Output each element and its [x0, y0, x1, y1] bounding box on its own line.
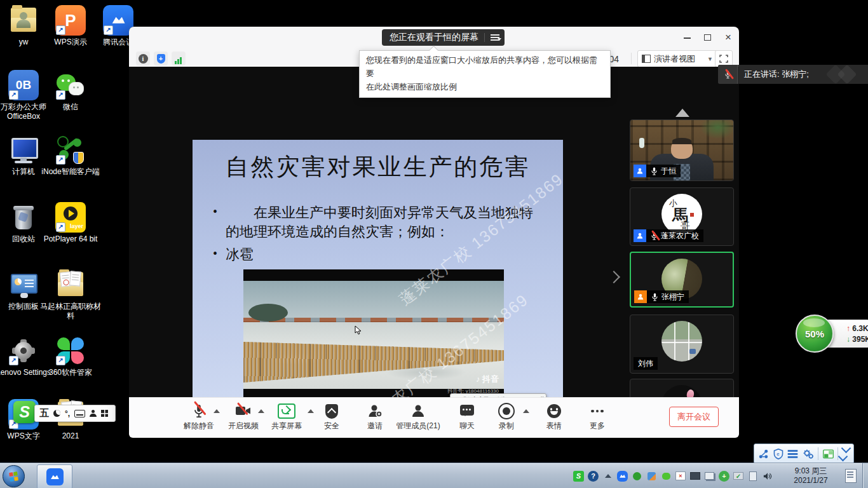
- desktop: yw P ↗ WPS演示 ↗ 腾讯会议 0B ↗ 万彩办公大师OfficeBox…: [0, 0, 868, 488]
- list-icon[interactable]: [787, 449, 798, 459]
- slide-title: 自然灾害对果业生产的危害: [193, 151, 563, 183]
- folder-user-icon: [8, 5, 39, 36]
- participant-tile-penglai[interactable]: 小 馬 哥 蓬莱农广校: [630, 187, 734, 246]
- watching-screen-banner[interactable]: 您正在观看于恒的屏幕: [382, 29, 505, 46]
- host-role-icon: [634, 290, 647, 303]
- system-tray: S ? × + ✓: [573, 463, 773, 488]
- participant-avatar: [661, 385, 702, 397]
- tray-action-center-icon[interactable]: ×: [675, 471, 686, 480]
- share-screen-button[interactable]: 共享屏幕: [264, 402, 309, 431]
- window-maximize-button[interactable]: [703, 33, 712, 42]
- wechat-icon: ↗: [55, 70, 86, 100]
- participant-avatar: [661, 321, 702, 362]
- network-quality-button[interactable]: [172, 51, 186, 65]
- participant-tile-zhangxuning[interactable]: 张栩宁: [630, 252, 734, 308]
- sogou-input-icon[interactable]: S: [13, 401, 36, 423]
- ime-account-icon[interactable]: [90, 410, 97, 417]
- optimization-percent-ball[interactable]: 50%: [796, 315, 834, 353]
- smiley-icon: [534, 402, 574, 420]
- start-video-button[interactable]: 开启视频: [223, 402, 264, 431]
- record-button[interactable]: 录制: [486, 402, 527, 431]
- participant-tile-liuwei[interactable]: 刘伟: [630, 315, 734, 374]
- record-options-caret[interactable]: [523, 409, 529, 413]
- green-window-icon[interactable]: [823, 449, 834, 459]
- tray-plugin-icon[interactable]: [646, 471, 657, 482]
- desktop-icon-inode[interactable]: ↗ iNode智能客户端: [40, 135, 101, 177]
- security-button[interactable]: 安全: [311, 402, 352, 431]
- desktop-icon-maqilin-folder[interactable]: 马起林正高职称材料: [40, 269, 101, 321]
- douyin-logo: 抖音: [476, 374, 499, 385]
- tray-help-icon[interactable]: ?: [588, 471, 599, 482]
- tray-clipboard-icon[interactable]: [747, 471, 758, 482]
- tray-safety-check-icon[interactable]: ✓: [733, 472, 743, 480]
- windows-taskbar: S ? × + ✓ 9:03 周三 2021/1/27: [0, 463, 868, 488]
- leave-meeting-button[interactable]: 离开会议: [669, 407, 719, 427]
- computer-icon: [8, 135, 39, 165]
- ime-softkeyboard-icon[interactable]: [74, 410, 85, 417]
- manage-members-button[interactable]: 管理成员(21): [390, 402, 447, 431]
- tray-display-icon[interactable]: [689, 471, 700, 482]
- floating-utility-toolbar[interactable]: e: [754, 444, 854, 464]
- share-nodes-icon[interactable]: [758, 449, 769, 459]
- window-minimize-button[interactable]: [683, 33, 692, 42]
- officebox-icon: 0B ↗: [8, 70, 39, 100]
- taskbar-notes-icon[interactable]: [845, 469, 857, 483]
- mic-muted-icon: [650, 231, 658, 241]
- mute-options-caret[interactable]: [214, 409, 220, 413]
- recycle-bin-icon: [8, 202, 39, 233]
- desktop-icon-potplayer[interactable]: layer ↗ PotPlayer 64 bit: [40, 202, 101, 244]
- taskbar-clock[interactable]: 9:03 周三 2021/1/27: [785, 466, 836, 485]
- more-button[interactable]: 更多: [577, 402, 618, 431]
- shield-e-icon[interactable]: e: [773, 449, 783, 459]
- tray-360-icon[interactable]: +: [719, 471, 729, 482]
- participant-tile-xiarilianou[interactable]: 夏日莲藕: [630, 379, 734, 397]
- participants-collapse-arrow[interactable]: [675, 109, 689, 117]
- desktop-icon-360-manager[interactable]: ↗ 360软件管家: [40, 336, 101, 377]
- start-button[interactable]: [3, 465, 25, 487]
- zoom-ratio-icon[interactable]: [491, 34, 499, 41]
- show-desktop-button[interactable]: [862, 463, 868, 488]
- documents-folder-icon: [55, 269, 86, 300]
- share-next-chevron[interactable]: [607, 271, 620, 283]
- inode-icon: ↗: [55, 135, 86, 165]
- chat-button[interactable]: 聊天: [447, 402, 487, 431]
- meeting-logo-watermark: [837, 64, 857, 84]
- tray-wechat-icon[interactable]: [661, 471, 672, 482]
- taskbar-meeting-app-button[interactable]: [37, 464, 72, 488]
- svg-text:e: e: [776, 451, 779, 457]
- tray-sogou-icon[interactable]: S: [573, 471, 584, 482]
- collapse-double-chevron-icon[interactable]: [843, 447, 850, 460]
- video-options-caret[interactable]: [258, 409, 264, 413]
- meeting-protect-button[interactable]: +: [154, 51, 168, 65]
- balloon-close-icon[interactable]: ×: [541, 395, 544, 397]
- emoji-button[interactable]: 表情: [534, 402, 574, 431]
- participant-tile-yuheng[interactable]: 于恒: [630, 119, 734, 181]
- meeting-info-button[interactable]: i: [136, 51, 150, 65]
- unmute-button[interactable]: 解除静音: [179, 402, 219, 431]
- upload-arrow-icon: ↑: [846, 324, 850, 333]
- tray-inode-icon[interactable]: [632, 471, 642, 482]
- tray-volume-icon[interactable]: [762, 471, 773, 482]
- shared-slide: 自然灾害对果业生产的危害 •在果业生产中要时刻面对异常天气及当地独特的地理环境造…: [193, 140, 563, 397]
- ime-punct-toggle[interactable]: °,: [65, 409, 70, 418]
- ime-mode-wubi[interactable]: 五: [39, 407, 49, 419]
- window-close-button[interactable]: ×: [724, 33, 733, 42]
- view-mode-select[interactable]: 演讲者视图 ▼: [637, 50, 717, 67]
- meeting-toolbar: 解除静音 开启视频 共享屏幕 安全: [129, 397, 739, 438]
- tray-meeting-icon[interactable]: [617, 471, 628, 482]
- gears-icon[interactable]: [803, 449, 814, 459]
- share-screen-icon: [264, 402, 309, 420]
- mouse-cursor: [355, 325, 362, 335]
- tray-hidden-icons-arrow[interactable]: [602, 471, 613, 482]
- control-panel-icon: [8, 269, 39, 300]
- shortcut-overlay-icon: ↗: [56, 155, 65, 165]
- desktop-icon-wechat[interactable]: ↗ 微信: [40, 70, 101, 112]
- tray-network-icon[interactable]: [704, 471, 715, 482]
- gear-icon: ↗: [8, 336, 39, 366]
- shortcut-overlay-icon: ↗: [104, 25, 113, 35]
- ime-toolbox-icon[interactable]: [101, 410, 108, 417]
- ime-halfwidth-icon[interactable]: [53, 410, 60, 417]
- speaking-banner: 正在讲话: 张栩宁;: [718, 65, 868, 84]
- mic-on-icon: [651, 292, 659, 302]
- ime-language-bar[interactable]: 五 °,: [34, 405, 116, 422]
